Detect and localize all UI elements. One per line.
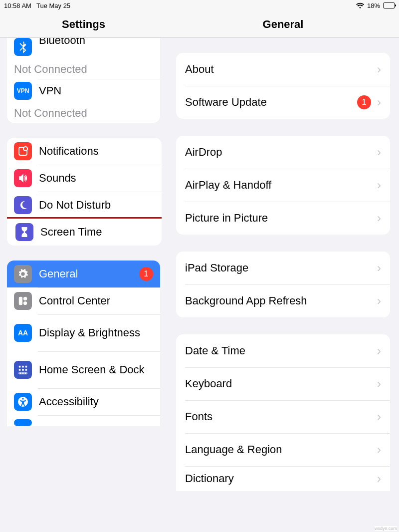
datetime-label: Date & Time bbox=[185, 344, 371, 357]
chevron-right-icon: › bbox=[377, 410, 381, 424]
general-badge: 1 bbox=[139, 267, 153, 281]
svg-rect-8 bbox=[19, 369, 21, 371]
airplay-label: AirPlay & Handoff bbox=[185, 179, 371, 192]
accessibility-icon bbox=[14, 393, 32, 411]
svg-rect-12 bbox=[20, 373, 21, 374]
status-date: Tue May 25 bbox=[36, 2, 70, 9]
battery-percent: 18% bbox=[367, 2, 380, 9]
svg-rect-10 bbox=[25, 369, 27, 371]
row-picture-in-picture[interactable]: Picture in Picture › bbox=[176, 202, 390, 235]
chevron-right-icon: › bbox=[377, 211, 381, 225]
sidebar-item-bluetooth[interactable]: Bluetooth Not Connected bbox=[7, 38, 160, 79]
chevron-right-icon: › bbox=[377, 145, 381, 159]
control-center-label: Control Center bbox=[39, 294, 110, 307]
row-airplay-handoff[interactable]: AirPlay & Handoff › bbox=[176, 169, 390, 202]
keyboard-label: Keyboard bbox=[185, 377, 371, 390]
general-settings-panel: About › Software Update 1 › AirDrop › Ai… bbox=[167, 38, 399, 532]
chevron-right-icon: › bbox=[377, 62, 381, 76]
wifi-icon bbox=[356, 2, 364, 8]
vpn-icon: VPN bbox=[14, 82, 32, 100]
display-label: Display & Brightness bbox=[39, 326, 140, 339]
row-date-time[interactable]: Date & Time › bbox=[176, 334, 390, 367]
dnd-label: Do Not Disturb bbox=[39, 199, 111, 212]
status-time: 10:58 AM bbox=[4, 2, 31, 9]
moon-icon bbox=[14, 196, 32, 214]
sidebar-item-display-brightness[interactable]: AA Display & Brightness bbox=[7, 314, 160, 351]
chevron-right-icon: › bbox=[377, 178, 381, 192]
status-bar: 10:58 AM Tue May 25 18% bbox=[0, 0, 399, 11]
software-update-label: Software Update bbox=[185, 96, 351, 109]
svg-rect-9 bbox=[22, 369, 24, 371]
chevron-right-icon: › bbox=[377, 472, 381, 486]
sidebar-item-general[interactable]: General 1 bbox=[7, 261, 160, 287]
svg-rect-5 bbox=[19, 366, 21, 368]
bluetooth-icon bbox=[14, 38, 32, 56]
vpn-status: Not Connected bbox=[14, 107, 153, 120]
settings-sidebar: Bluetooth Not Connected VPN VPN Not Conn… bbox=[0, 38, 167, 532]
bgrefresh-label: Background App Refresh bbox=[185, 294, 371, 307]
general-label: General bbox=[39, 267, 78, 280]
row-language-region[interactable]: Language & Region › bbox=[176, 433, 390, 466]
sidebar-item-control-center[interactable]: Control Center bbox=[7, 287, 160, 314]
sounds-icon bbox=[14, 169, 32, 187]
airdrop-label: AirDrop bbox=[185, 146, 371, 159]
sidebar-group-connectivity: Bluetooth Not Connected VPN VPN Not Conn… bbox=[7, 38, 160, 123]
about-label: About bbox=[185, 63, 371, 76]
storage-label: iPad Storage bbox=[185, 262, 371, 274]
highlight-annotation: Screen Time bbox=[7, 217, 162, 246]
row-background-app-refresh[interactable]: Background App Refresh › bbox=[176, 284, 390, 317]
control-center-icon bbox=[14, 292, 32, 310]
notifications-label: Notifications bbox=[39, 145, 99, 158]
svg-point-16 bbox=[22, 398, 24, 400]
svg-rect-7 bbox=[25, 366, 27, 368]
notifications-icon bbox=[14, 142, 32, 160]
hourglass-icon bbox=[15, 223, 33, 241]
fonts-label: Fonts bbox=[185, 410, 371, 423]
chevron-right-icon: › bbox=[377, 261, 381, 275]
sidebar-item-accessibility[interactable]: Accessibility bbox=[7, 388, 160, 415]
row-ipad-storage[interactable]: iPad Storage › bbox=[176, 252, 390, 284]
battery-icon bbox=[383, 2, 395, 8]
svg-point-4 bbox=[23, 301, 27, 305]
main-group-about: About › Software Update 1 › bbox=[176, 53, 390, 119]
row-about[interactable]: About › bbox=[176, 53, 390, 86]
svg-point-3 bbox=[23, 297, 27, 300]
chevron-right-icon: › bbox=[377, 377, 381, 391]
sidebar-item-notifications[interactable]: Notifications bbox=[7, 138, 162, 165]
pip-label: Picture in Picture bbox=[185, 212, 371, 225]
cutoff-icon bbox=[14, 419, 32, 426]
svg-rect-13 bbox=[22, 373, 24, 374]
bluetooth-status: Not Connected bbox=[14, 63, 153, 76]
sidebar-group-system: General 1 Control Center AA Display & Br… bbox=[7, 261, 160, 426]
sounds-label: Sounds bbox=[39, 172, 76, 185]
sidebar-item-home-screen[interactable]: Home Screen & Dock bbox=[7, 351, 160, 388]
language-label: Language & Region bbox=[185, 443, 371, 456]
main-group-input: Date & Time › Keyboard › Fonts › Languag… bbox=[176, 334, 390, 491]
chevron-right-icon: › bbox=[377, 294, 381, 308]
row-airdrop[interactable]: AirDrop › bbox=[176, 136, 390, 169]
row-dictionary[interactable]: Dictionary › bbox=[176, 466, 390, 491]
title-bar: Settings General bbox=[0, 11, 399, 38]
sidebar-item-vpn[interactable]: VPN VPN Not Connected bbox=[7, 79, 160, 123]
display-icon: AA bbox=[14, 324, 32, 342]
svg-point-1 bbox=[23, 147, 27, 151]
row-keyboard[interactable]: Keyboard › bbox=[176, 367, 390, 400]
software-update-badge: 1 bbox=[357, 95, 371, 109]
row-fonts[interactable]: Fonts › bbox=[176, 400, 390, 433]
svg-rect-2 bbox=[19, 297, 22, 305]
row-software-update[interactable]: Software Update 1 › bbox=[176, 86, 390, 119]
svg-rect-6 bbox=[22, 366, 24, 368]
sidebar-item-sounds[interactable]: Sounds bbox=[7, 165, 162, 192]
watermark: wxdyn.com bbox=[375, 526, 397, 531]
home-screen-icon bbox=[14, 361, 32, 379]
gear-icon bbox=[14, 265, 32, 283]
homescreen-label: Home Screen & Dock bbox=[39, 363, 145, 376]
chevron-right-icon: › bbox=[377, 95, 381, 109]
main-group-air: AirDrop › AirPlay & Handoff › Picture in… bbox=[176, 136, 390, 235]
sidebar-item-do-not-disturb[interactable]: Do Not Disturb bbox=[7, 192, 162, 219]
bluetooth-label: Bluetooth bbox=[39, 38, 85, 47]
sidebar-title: Settings bbox=[0, 11, 167, 37]
chevron-right-icon: › bbox=[377, 344, 381, 358]
sidebar-item-cutoff[interactable] bbox=[7, 415, 160, 426]
sidebar-item-screen-time[interactable]: Screen Time bbox=[7, 219, 162, 246]
